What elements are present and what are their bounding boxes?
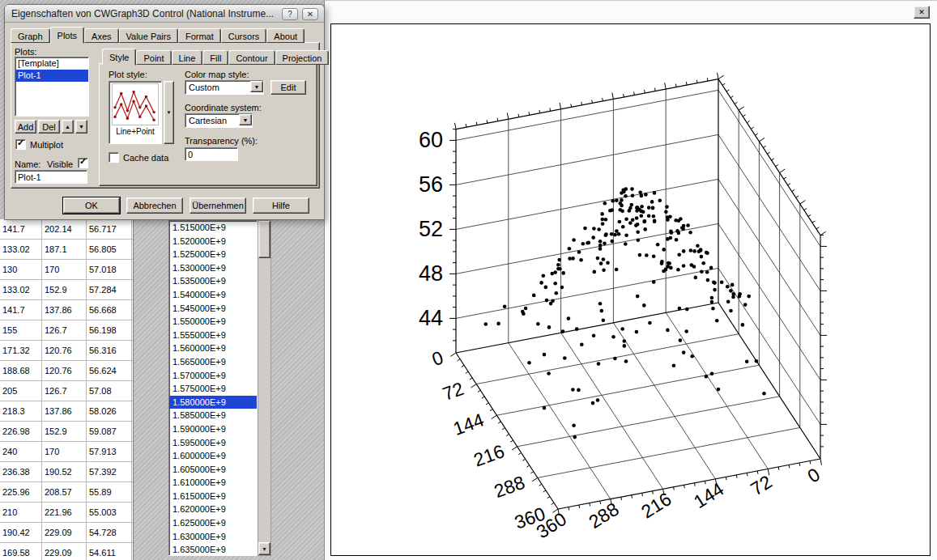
plot-name-input[interactable]: [15, 170, 87, 184]
table-cell: 56.198: [87, 320, 132, 340]
tab-graph[interactable]: Graph: [11, 28, 50, 43]
style-tab-fill[interactable]: Fill: [202, 50, 228, 65]
value-list-item[interactable]: 1.605000E+9: [169, 463, 257, 477]
plots-list-item[interactable]: [Template]: [15, 57, 88, 70]
color-map-combo[interactable]: Custom ▼: [185, 80, 264, 95]
style-tab-point[interactable]: Point: [136, 50, 171, 65]
tab-about[interactable]: About: [266, 28, 305, 43]
value-list-item[interactable]: 1.595000E+9: [169, 436, 257, 450]
tab-cursors[interactable]: Cursors: [221, 28, 267, 43]
dialog-close-button[interactable]: ✕: [302, 8, 318, 20]
table-cell: 56.624: [87, 361, 132, 380]
move-down-button[interactable]: ▼: [75, 120, 87, 134]
table-row[interactable]: 218.3137.8658.026: [0, 401, 133, 422]
close-icon: ✕: [918, 8, 925, 16]
value-list-item[interactable]: 1.635000E+9: [169, 543, 257, 556]
tab-value-pairs[interactable]: Value Pairs: [119, 28, 178, 43]
table-row[interactable]: 210221.9655.003: [0, 503, 133, 523]
plot-style-selector[interactable]: Line+Point: [109, 81, 162, 144]
coordinate-system-combo[interactable]: Cartesian ▼: [185, 113, 253, 128]
value-list-item[interactable]: 1.515000E+9: [169, 221, 257, 235]
value-list-item[interactable]: 1.560000E+9: [169, 342, 257, 355]
value-list-scrollbar[interactable]: ▼: [258, 220, 271, 556]
table-row[interactable]: 236.38190.5257.392: [0, 462, 133, 482]
value-list-item[interactable]: 1.555000E+9: [169, 329, 257, 342]
table-row[interactable]: 205126.757.08: [0, 381, 133, 401]
value-list-item[interactable]: 1.565000E+9: [169, 355, 257, 369]
tab-plots[interactable]: Plots: [50, 27, 84, 44]
table-row[interactable]: 226.98152.959.087: [0, 422, 133, 442]
style-more-icon: ▼: [167, 110, 172, 115]
table-cell: 130: [0, 260, 42, 279]
graph-close-button[interactable]: ✕: [914, 6, 930, 19]
table-row[interactable]: 133.02187.156.805: [0, 240, 133, 260]
down-arrow-icon: ▼: [254, 84, 260, 90]
plots-list-item[interactable]: Plot-1: [15, 70, 88, 82]
dialog-button-übernehmen[interactable]: Übernehmen: [190, 197, 246, 214]
dialog-button-abbrechen[interactable]: Abbrechen: [126, 197, 183, 214]
value-list-item[interactable]: 1.590000E+9: [169, 422, 257, 436]
value-list-item[interactable]: 1.600000E+9: [169, 449, 257, 463]
scrollbar-thumb[interactable]: [258, 221, 270, 258]
properties-dialog: Eigenschaften von CWGraph3D Control (Nat…: [4, 4, 325, 220]
table-cell: 54.611: [87, 543, 132, 560]
value-list-item[interactable]: 1.610000E+9: [169, 476, 257, 490]
value-list-item[interactable]: 1.615000E+9: [169, 490, 257, 503]
table-row[interactable]: 171.32120.7656.316: [0, 341, 133, 361]
edit-button[interactable]: Edit: [270, 80, 306, 95]
value-list-item[interactable]: 1.525000E+9: [169, 248, 257, 261]
table-row[interactable]: 13017057.018: [0, 260, 133, 280]
data-table: 141.7202.1456.717133.02187.156.805130170…: [0, 219, 134, 560]
value-list-item[interactable]: 1.585000E+9: [169, 409, 257, 422]
value-list-item[interactable]: 1.540000E+9: [169, 288, 257, 302]
value-list-item[interactable]: 1.575000E+9: [169, 382, 257, 396]
plot-style-more-button[interactable]: ▼: [164, 81, 174, 144]
del-button[interactable]: Del: [38, 120, 60, 134]
value-list-item[interactable]: 1.550000E+9: [169, 315, 257, 329]
cache-data-checkbox[interactable]: ✓: [109, 152, 119, 163]
value-list-item[interactable]: 1.530000E+9: [169, 261, 257, 275]
style-tab-style[interactable]: Style: [102, 49, 136, 66]
value-list-item[interactable]: 1.580000E+9: [169, 396, 257, 409]
table-row[interactable]: 141.7202.1456.717: [0, 219, 133, 240]
dialog-titlebar[interactable]: Eigenschaften von CWGraph3D Control (Nat…: [5, 5, 324, 23]
table-cell: 56.316: [87, 341, 132, 360]
dialog-button-hilfe[interactable]: Hilfe: [253, 197, 309, 214]
help-button[interactable]: ?: [282, 8, 298, 20]
table-row[interactable]: 169.58229.0954.611: [0, 543, 133, 560]
table-row[interactable]: 188.68120.7656.624: [0, 361, 133, 381]
value-list-item[interactable]: 1.545000E+9: [169, 302, 257, 316]
dropdown-arrow-icon[interactable]: ▼: [239, 114, 252, 125]
multiplot-checkbox[interactable]: ✓: [15, 139, 26, 150]
dropdown-arrow-icon[interactable]: ▼: [250, 81, 263, 92]
value-list-item[interactable]: 1.625000E+9: [169, 516, 257, 530]
value-list-item[interactable]: 1.535000E+9: [169, 274, 257, 288]
tab-axes[interactable]: Axes: [84, 28, 118, 43]
table-row[interactable]: 133.02152.957.284: [0, 280, 133, 300]
transparency-input[interactable]: [185, 147, 238, 161]
value-list-item[interactable]: 1.620000E+9: [169, 503, 257, 516]
scrollbar-down-button[interactable]: ▼: [258, 542, 270, 555]
table-row[interactable]: 190.42229.0954.728: [0, 523, 133, 543]
style-tab-line[interactable]: Line: [172, 50, 203, 65]
visible-checkbox[interactable]: ✓: [78, 158, 88, 168]
dialog-button-ok[interactable]: OK: [63, 197, 120, 214]
table-row[interactable]: 141.7137.8656.668: [0, 300, 133, 320]
value-list-item[interactable]: 1.570000E+9: [169, 369, 257, 383]
table-row[interactable]: 155126.756.198: [0, 320, 133, 341]
tab-format[interactable]: Format: [178, 28, 221, 43]
value-list-item[interactable]: 1.630000E+9: [169, 530, 257, 544]
axis-tick-label: 0: [803, 464, 824, 487]
axis-tick-label: 144: [690, 478, 727, 512]
up-arrow-icon: ▲: [65, 124, 70, 129]
move-up-button[interactable]: ▲: [62, 120, 74, 134]
table-cell: 137.86: [42, 300, 87, 320]
style-tab-projection[interactable]: Projection: [275, 50, 330, 65]
table-row[interactable]: 24017057.913: [0, 442, 133, 462]
table-row[interactable]: 225.96208.5755.89: [0, 482, 133, 503]
table-cell: 57.284: [87, 280, 132, 299]
value-list-item[interactable]: 1.520000E+9: [169, 235, 257, 248]
style-tab-contour[interactable]: Contour: [228, 50, 275, 65]
plot-style-caption: Line+Point: [109, 127, 161, 136]
add-button[interactable]: Add: [15, 120, 36, 134]
